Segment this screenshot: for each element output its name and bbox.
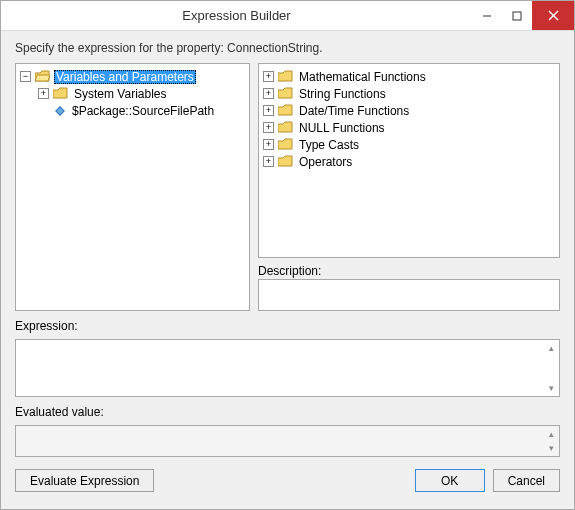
folder-icon	[278, 138, 293, 151]
minimize-button[interactable]	[472, 1, 502, 30]
window-buttons	[472, 1, 574, 30]
scrollbar[interactable]: ▴ ▾	[545, 342, 557, 394]
instruction-text: Specify the expression for the property:…	[15, 41, 560, 55]
functions-tree-panel[interactable]: + Mathematical Functions + String Functi…	[258, 63, 560, 258]
description-section: Description:	[258, 264, 560, 311]
button-row: Evaluate Expression OK Cancel	[15, 469, 560, 492]
folder-icon	[53, 87, 68, 100]
folder-icon	[278, 155, 293, 168]
tree-node-root[interactable]: − Variables and Parameters	[18, 68, 247, 85]
evaluate-expression-button[interactable]: Evaluate Expression	[15, 469, 154, 492]
tree-label: $Package::SourceFilePath	[70, 104, 216, 118]
titlebar: Expression Builder	[1, 1, 574, 31]
window-title: Expression Builder	[1, 8, 472, 23]
tree-node-string[interactable]: + String Functions	[261, 85, 557, 102]
expand-icon[interactable]: +	[38, 88, 49, 99]
scroll-down-icon[interactable]: ▾	[545, 382, 557, 394]
svg-rect-4	[55, 106, 63, 114]
expand-icon[interactable]: +	[263, 156, 274, 167]
tree-node-cast[interactable]: + Type Casts	[261, 136, 557, 153]
maximize-button[interactable]	[502, 1, 532, 30]
collapse-icon[interactable]: −	[20, 71, 31, 82]
folder-open-icon	[35, 70, 50, 83]
close-icon	[548, 10, 559, 21]
svg-line-3	[549, 11, 558, 20]
expression-label: Expression:	[15, 319, 560, 333]
svg-rect-1	[513, 12, 521, 20]
variable-icon	[53, 104, 66, 117]
expand-icon[interactable]: +	[263, 88, 274, 99]
variables-tree-panel[interactable]: − Variables and Parameters + System Vari…	[15, 63, 250, 311]
right-column: + Mathematical Functions + String Functi…	[258, 63, 560, 311]
tree-node-datetime[interactable]: + Date/Time Functions	[261, 102, 557, 119]
expand-icon[interactable]: +	[263, 122, 274, 133]
tree-label: String Functions	[297, 87, 388, 101]
ok-button[interactable]: OK	[415, 469, 485, 492]
tree-node-package-var[interactable]: $Package::SourceFilePath	[18, 102, 247, 119]
tree-label: System Variables	[72, 87, 168, 101]
svg-line-2	[549, 11, 558, 20]
tree-label: Operators	[297, 155, 354, 169]
expand-icon[interactable]: +	[263, 139, 274, 150]
minimize-icon	[482, 11, 492, 21]
tree-node-null[interactable]: + NULL Functions	[261, 119, 557, 136]
tree-label: Mathematical Functions	[297, 70, 428, 84]
folder-icon	[278, 121, 293, 134]
folder-icon	[278, 87, 293, 100]
functions-tree: + Mathematical Functions + String Functi…	[259, 64, 559, 174]
tree-label: Type Casts	[297, 138, 361, 152]
scroll-up-icon[interactable]: ▴	[545, 428, 557, 440]
scroll-down-icon[interactable]: ▾	[545, 442, 557, 454]
folder-icon	[278, 104, 293, 117]
expression-builder-dialog: Expression Builder Specify the expressio…	[0, 0, 575, 510]
expand-icon[interactable]: +	[263, 105, 274, 116]
maximize-icon	[512, 11, 522, 21]
tree-label: Variables and Parameters	[54, 70, 196, 84]
cancel-button[interactable]: Cancel	[493, 469, 560, 492]
tree-label: Date/Time Functions	[297, 104, 411, 118]
tree-panels: − Variables and Parameters + System Vari…	[15, 63, 560, 311]
evaluated-value-box: ▴ ▾	[15, 425, 560, 457]
scrollbar[interactable]: ▴ ▾	[545, 428, 557, 454]
tree-node-system-vars[interactable]: + System Variables	[18, 85, 247, 102]
folder-icon	[278, 70, 293, 83]
dialog-content: Specify the expression for the property:…	[1, 31, 574, 509]
expand-icon[interactable]: +	[263, 71, 274, 82]
expression-input[interactable]: ▴ ▾	[15, 339, 560, 397]
evaluated-label: Evaluated value:	[15, 405, 560, 419]
tree-node-operators[interactable]: + Operators	[261, 153, 557, 170]
description-label: Description:	[258, 264, 560, 278]
description-box	[258, 279, 560, 311]
variables-tree: − Variables and Parameters + System Vari…	[16, 64, 249, 123]
scroll-up-icon[interactable]: ▴	[545, 342, 557, 354]
close-button[interactable]	[532, 1, 574, 30]
tree-label: NULL Functions	[297, 121, 387, 135]
tree-node-math[interactable]: + Mathematical Functions	[261, 68, 557, 85]
